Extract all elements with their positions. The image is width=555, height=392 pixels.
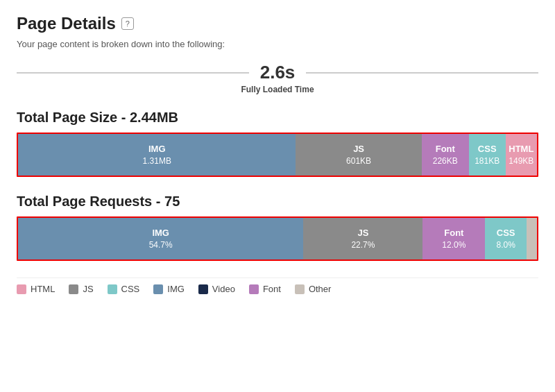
subtitle: Your page content is broken down into th… — [17, 39, 538, 49]
requests-bar-chart: IMG54.7%JS22.7%Font12.0%CSS8.0% — [17, 216, 538, 261]
legend-item-img: IMG — [153, 284, 185, 294]
legend-label-img: IMG — [167, 284, 185, 294]
bar-segment-html: HTML149KB — [506, 134, 537, 176]
legend-item-font: Font — [249, 284, 281, 294]
page-header: Page Details ? — [17, 14, 538, 33]
page-title: Page Details — [17, 14, 116, 33]
bar-segment-req-font: Font12.0% — [422, 218, 485, 259]
legend-item-other: Other — [295, 284, 332, 294]
legend-item-html: HTML — [17, 284, 55, 294]
legend-color-font — [249, 284, 259, 294]
legend-item-video: Video — [198, 284, 235, 294]
size-bar-chart: IMG1.31MBJS601KBFont226KBCSS181KBHTML149… — [17, 133, 538, 177]
time-line-right — [306, 72, 538, 74]
time-line-left — [17, 72, 249, 74]
legend-label-html: HTML — [31, 284, 55, 294]
requests-section-title: Total Page Requests - 75 — [17, 194, 538, 210]
legend-item-css: CSS — [108, 284, 140, 294]
legend-label-video: Video — [212, 284, 235, 294]
legend-color-other — [295, 284, 305, 294]
legend-label-font: Font — [263, 284, 281, 294]
legend-label-other: Other — [309, 284, 332, 294]
legend: HTML JS CSS IMG Video Font Other — [17, 278, 538, 294]
bar-segment-img: IMG1.31MB — [18, 134, 296, 176]
time-line: 2.6s — [17, 62, 538, 83]
bar-segment-js: JS601KB — [296, 134, 421, 176]
legend-label-css: CSS — [121, 284, 140, 294]
legend-label-js: JS — [83, 284, 93, 294]
legend-color-img — [153, 284, 163, 294]
time-section: 2.6s Fully Loaded Time — [17, 62, 538, 94]
legend-color-css — [108, 284, 117, 294]
bar-segment-css: CSS181KB — [469, 134, 506, 176]
bar-segment-req-js: JS22.7% — [303, 218, 422, 259]
time-value: 2.6s — [249, 62, 307, 83]
bar-segment-req-other — [527, 218, 537, 259]
time-label: Fully Loaded Time — [241, 85, 314, 94]
help-badge[interactable]: ? — [121, 17, 134, 30]
bar-segment-font: Font226KB — [422, 134, 469, 176]
bar-segment-req-img: IMG54.7% — [18, 218, 303, 259]
size-section-title: Total Page Size - 2.44MB — [17, 110, 538, 126]
bar-segment-req-css: CSS8.0% — [485, 218, 527, 259]
legend-color-js — [69, 284, 78, 294]
legend-color-html — [17, 284, 26, 294]
legend-item-js: JS — [69, 284, 93, 294]
legend-color-video — [198, 284, 208, 294]
